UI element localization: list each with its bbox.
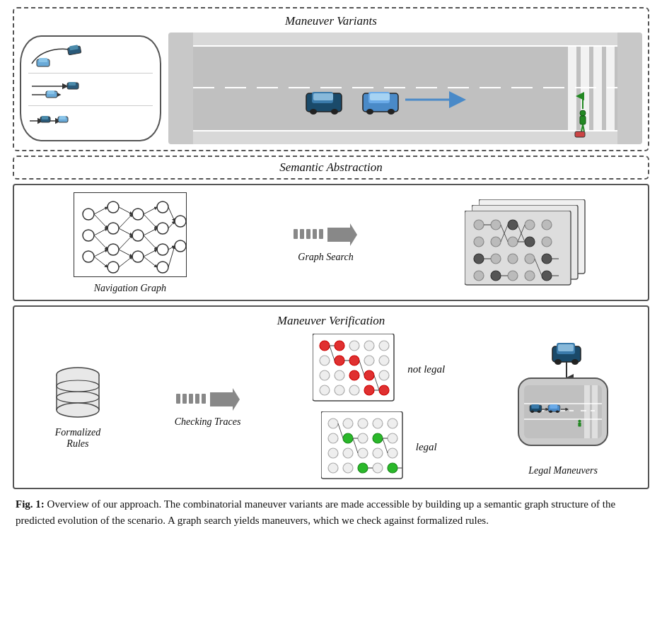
svg-point-29 bbox=[310, 109, 317, 115]
trace-grid-row-legal: legal bbox=[321, 411, 437, 482]
maneuver-verification-label: Maneuver Verification bbox=[20, 314, 642, 328]
svg-point-50 bbox=[132, 209, 144, 220]
svg-point-219 bbox=[349, 385, 359, 395]
legal-grid-svg bbox=[321, 411, 406, 482]
svg-line-76 bbox=[144, 257, 157, 267]
svg-point-206 bbox=[379, 341, 389, 351]
svg-line-77 bbox=[168, 207, 175, 221]
svg-line-67 bbox=[119, 228, 132, 235]
trace-grid-row-not-legal: not legal bbox=[313, 334, 445, 404]
svg-rect-19 bbox=[193, 45, 617, 47]
svg-line-74 bbox=[144, 235, 157, 250]
svg-point-237 bbox=[373, 433, 383, 443]
svg-rect-197 bbox=[189, 394, 193, 404]
road-svg bbox=[168, 33, 642, 144]
svg-rect-17 bbox=[193, 33, 617, 45]
svg-point-172 bbox=[474, 271, 484, 281]
nav-graph-label: Navigation Graph bbox=[94, 283, 166, 294]
section-maneuver-variants: Maneuver Variants bbox=[13, 7, 649, 151]
svg-point-272 bbox=[538, 410, 541, 413]
section-maneuver-verification: Maneuver Verification bbox=[13, 305, 649, 489]
svg-rect-85 bbox=[319, 229, 323, 239]
svg-point-208 bbox=[335, 356, 344, 365]
checking-traces-text: Checking Traces bbox=[175, 416, 241, 427]
svg-point-48 bbox=[108, 244, 119, 255]
nav-graph-area: Navigation Graph bbox=[74, 192, 187, 294]
formalized-rules-label: Formalized Rules bbox=[55, 427, 101, 450]
arrow-block bbox=[294, 223, 357, 246]
svg-point-207 bbox=[320, 356, 330, 365]
svg-line-72 bbox=[144, 214, 157, 228]
svg-point-221 bbox=[379, 385, 389, 395]
variant-row-3 bbox=[28, 107, 153, 135]
checking-traces-area: Checking Traces bbox=[175, 388, 241, 428]
svg-point-215 bbox=[364, 370, 374, 380]
section-middle: Navigation Graph Graph Search bbox=[13, 184, 649, 301]
graph-search-arrow-svg bbox=[294, 223, 357, 246]
svg-point-56 bbox=[157, 262, 168, 273]
svg-rect-13 bbox=[42, 116, 48, 119]
svg-point-241 bbox=[358, 448, 368, 458]
svg-point-165 bbox=[525, 237, 535, 247]
svg-point-242 bbox=[373, 448, 383, 458]
svg-point-235 bbox=[343, 433, 353, 443]
svg-marker-86 bbox=[327, 223, 357, 246]
svg-point-229 bbox=[328, 418, 338, 428]
formalized-rules-text-2: Rules bbox=[66, 438, 88, 449]
svg-point-175 bbox=[525, 271, 535, 281]
svg-point-157 bbox=[474, 220, 484, 230]
svg-line-68 bbox=[119, 235, 132, 250]
svg-line-62 bbox=[94, 235, 108, 250]
svg-point-248 bbox=[388, 463, 397, 473]
svg-line-71 bbox=[144, 207, 157, 214]
svg-rect-84 bbox=[313, 229, 317, 239]
semantic-abstraction-label: Semantic Abstraction bbox=[279, 160, 383, 174]
svg-point-214 bbox=[349, 370, 359, 380]
svg-point-162 bbox=[474, 237, 484, 247]
svg-rect-275 bbox=[550, 404, 557, 409]
svg-point-260 bbox=[571, 359, 579, 365]
svg-point-204 bbox=[349, 341, 359, 351]
road-diagram bbox=[168, 33, 642, 144]
variant-row-2 bbox=[28, 74, 153, 106]
svg-point-158 bbox=[491, 220, 501, 230]
svg-rect-279 bbox=[584, 385, 590, 438]
svg-point-169 bbox=[508, 254, 518, 264]
svg-rect-38 bbox=[580, 116, 586, 124]
svg-point-160 bbox=[525, 220, 535, 230]
svg-point-174 bbox=[508, 271, 518, 281]
svg-point-213 bbox=[335, 370, 344, 380]
main-container: Maneuver Variants bbox=[0, 0, 662, 541]
section-semantic-abstraction: Semantic Abstraction bbox=[13, 156, 649, 180]
svg-point-217 bbox=[320, 385, 330, 395]
svg-point-236 bbox=[358, 433, 368, 443]
svg-point-240 bbox=[343, 448, 353, 458]
database-icon-svg bbox=[53, 366, 103, 423]
svg-rect-265 bbox=[524, 418, 602, 420]
svg-rect-198 bbox=[195, 394, 199, 404]
legal-maneuvers-area: Legal Maneuvers bbox=[517, 339, 609, 476]
fig-label: Fig. 1: bbox=[16, 498, 45, 510]
not-legal-verdict: not legal bbox=[407, 363, 445, 375]
svg-point-203 bbox=[335, 341, 344, 351]
svg-point-205 bbox=[364, 341, 374, 351]
svg-point-45 bbox=[83, 251, 94, 262]
svg-rect-20 bbox=[193, 130, 617, 131]
svg-point-161 bbox=[542, 220, 552, 230]
verification-content: Formalized Rules Checking Traces bbox=[20, 334, 642, 482]
svg-line-60 bbox=[94, 214, 108, 228]
svg-point-259 bbox=[554, 359, 562, 365]
svg-point-245 bbox=[343, 463, 353, 473]
svg-point-30 bbox=[331, 109, 338, 115]
svg-line-78 bbox=[168, 221, 175, 228]
legal-verdict: legal bbox=[416, 441, 437, 453]
svg-point-212 bbox=[320, 370, 330, 380]
svg-rect-7 bbox=[69, 82, 76, 86]
svg-point-238 bbox=[388, 433, 397, 443]
maneuver-variants-label: Maneuver Variants bbox=[20, 14, 642, 28]
svg-point-243 bbox=[388, 448, 397, 458]
variant-3-svg bbox=[28, 109, 95, 133]
svg-point-47 bbox=[108, 223, 119, 234]
svg-point-44 bbox=[83, 230, 94, 241]
svg-point-43 bbox=[83, 209, 94, 220]
